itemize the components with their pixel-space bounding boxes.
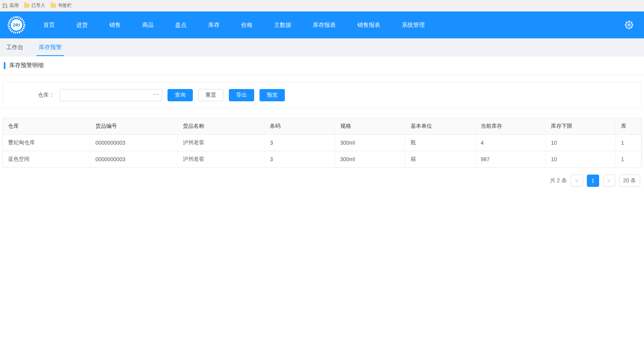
cell-spec: 300ml <box>335 135 405 151</box>
apps-icon <box>2 3 8 8</box>
filter-panel: 仓库： ··· 查询 重置 导出 预览 <box>2 82 642 109</box>
warehouse-input-wrap: ··· <box>59 89 162 101</box>
nav-stock-report[interactable]: 库存报表 <box>302 12 347 38</box>
cell-min: 10 <box>545 135 616 151</box>
nav-purchase[interactable]: 进货 <box>66 12 99 38</box>
query-button[interactable]: 查询 <box>168 89 193 101</box>
page-size-label: 20 条 <box>623 177 636 184</box>
logo[interactable]: 24H <box>0 16 33 34</box>
cell-warehouse: 曹妃甸仓库 <box>3 135 90 151</box>
cell-spec: 300ml <box>335 151 405 168</box>
bookmarks-bar: 应用 已导入 书签栏 <box>0 0 644 12</box>
preview-button[interactable]: 预览 <box>260 89 285 101</box>
cell-max: 1 <box>616 135 641 151</box>
cell-max: 1 <box>616 151 641 168</box>
reset-button[interactable]: 重置 <box>198 89 223 101</box>
cell-min: 10 <box>545 151 616 168</box>
nav-right <box>625 21 644 29</box>
th-name[interactable]: 货品名称 <box>177 118 264 135</box>
cell-unit: 瓶 <box>405 135 475 151</box>
th-stock-min[interactable]: 库存下限 <box>545 118 616 135</box>
nav-system[interactable]: 系统管理 <box>391 12 435 38</box>
cell-code: 0000000003 <box>90 151 177 168</box>
th-stock-max[interactable]: 库 <box>616 118 641 135</box>
tab-stock-warning[interactable]: 库存预警 <box>36 39 64 56</box>
cell-stock: 4 <box>475 135 545 151</box>
pagination-next[interactable]: > <box>603 175 615 187</box>
table-wrap: 仓库 货品编号 货品名称 条码 规格 基本单位 当前库存 库存下限 库 曹妃甸仓… <box>2 118 642 168</box>
svg-point-0 <box>628 24 630 26</box>
cell-barcode: 3 <box>264 151 335 168</box>
cell-name: 泸州老窖 <box>177 151 264 168</box>
cell-barcode: 3 <box>264 135 335 151</box>
th-spec[interactable]: 规格 <box>335 118 405 135</box>
cell-code: 0000000003 <box>90 135 177 151</box>
cell-name: 泸州老窖 <box>177 135 264 151</box>
pagination-total: 共 2 条 <box>550 177 567 184</box>
tab-label: 库存预警 <box>39 44 62 50</box>
nav-items: 首页 进货 销售 商品 盘点 库存 价格 主数据 库存报表 销售报表 系统管理 <box>33 12 435 38</box>
pagination: 共 2 条 < 1 > 20 条 <box>0 168 644 187</box>
th-unit[interactable]: 基本单位 <box>405 118 475 135</box>
nav-master-data[interactable]: 主数据 <box>263 12 302 38</box>
th-code[interactable]: 货品编号 <box>90 118 177 135</box>
warehouse-label: 仓库： <box>38 92 54 99</box>
bookmark-item-imported[interactable]: 已导入 <box>24 2 45 9</box>
bookmark-label: 书签栏 <box>58 2 72 9</box>
tab-workbench[interactable]: 工作台 <box>4 39 26 56</box>
nav-sales[interactable]: 销售 <box>99 12 131 38</box>
section-title: 库存预警明细 <box>0 56 644 75</box>
th-warehouse[interactable]: 仓库 <box>3 118 90 135</box>
top-nav: 24H 首页 进货 销售 商品 盘点 库存 价格 主数据 库存报表 销售报表 系… <box>0 12 644 38</box>
logo-text: 24H <box>11 19 22 31</box>
tab-label: 工作台 <box>6 44 23 50</box>
chevron-left-icon: < <box>575 178 578 184</box>
pagination-size-select[interactable]: 20 条 <box>619 175 640 187</box>
table-row[interactable]: 蓝色空间 0000000003 泸州老窖 3 300ml 箱 987 10 1 <box>3 151 641 168</box>
chevron-right-icon: > <box>607 178 610 184</box>
ellipsis-icon[interactable]: ··· <box>153 91 159 97</box>
page-number: 1 <box>591 178 595 184</box>
nav-sales-report[interactable]: 销售报表 <box>347 12 391 38</box>
nav-stock[interactable]: 库存 <box>197 12 230 38</box>
logo-circle: 24H <box>8 16 25 34</box>
folder-icon <box>24 3 30 8</box>
bookmark-item-bar[interactable]: 书签栏 <box>51 2 72 9</box>
section-label: 库存预警明细 <box>9 62 44 69</box>
warehouse-input[interactable] <box>59 89 162 101</box>
export-button[interactable]: 导出 <box>229 89 254 101</box>
th-current-stock[interactable]: 当前库存 <box>475 118 545 135</box>
cell-unit: 箱 <box>405 151 475 168</box>
nav-home[interactable]: 首页 <box>33 12 66 38</box>
table-row[interactable]: 曹妃甸仓库 0000000003 泸州老窖 3 300ml 瓶 4 10 1 <box>3 135 641 151</box>
nav-goods[interactable]: 商品 <box>131 12 164 38</box>
cell-warehouse: 蓝色空间 <box>3 151 90 168</box>
th-barcode[interactable]: 条码 <box>264 118 335 135</box>
section-bar-icon <box>4 62 5 69</box>
stock-warning-table: 仓库 货品编号 货品名称 条码 规格 基本单位 当前库存 库存下限 库 曹妃甸仓… <box>3 118 641 167</box>
apps-shortcut[interactable]: 应用 <box>2 2 19 9</box>
pagination-page-1[interactable]: 1 <box>587 175 599 187</box>
nav-price[interactable]: 价格 <box>230 12 263 38</box>
bookmark-label: 已导入 <box>31 2 45 9</box>
tabs-bar: 工作台 库存预警 <box>0 38 644 56</box>
gear-icon[interactable] <box>625 21 633 29</box>
table-header-row: 仓库 货品编号 货品名称 条码 规格 基本单位 当前库存 库存下限 库 <box>3 118 641 135</box>
apps-label: 应用 <box>10 2 19 9</box>
folder-icon <box>51 3 56 8</box>
cell-stock: 987 <box>475 151 545 168</box>
nav-check[interactable]: 盘点 <box>164 12 197 38</box>
pagination-prev[interactable]: < <box>571 175 583 187</box>
